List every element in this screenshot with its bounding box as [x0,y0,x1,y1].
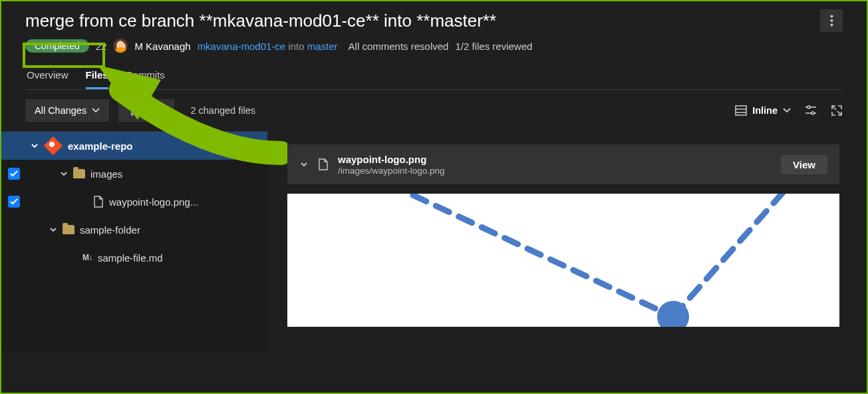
tree-root[interactable]: example-repo [1,132,267,160]
tree-file-label: waypoint-logo.png... [109,196,198,208]
status-badge: Completed [25,39,89,53]
pr-number-fragment: 22 [96,41,107,52]
comments-status: All comments resolved [349,41,449,52]
svg-point-9 [811,112,814,114]
all-changes-dropdown[interactable]: All Changes [25,99,109,122]
tab-files[interactable]: Files [86,69,108,89]
tree-folder-label: sample-folder [80,224,140,236]
fullscreen-button[interactable] [831,104,843,116]
tree-file-sample-md[interactable]: M↓ sample-file.md [1,244,267,272]
tab-overview[interactable]: Overview [27,69,69,89]
svg-line-10 [367,194,673,317]
check-icon [10,198,18,205]
author-name[interactable]: M Kavanagh [134,41,190,52]
reviewed-checkbox[interactable] [8,168,20,180]
tree-file-waypoint[interactable]: waypoint-logo.png... [1,188,267,216]
svg-point-2 [830,24,833,27]
tree-file-label: sample-file.md [98,252,163,264]
markdown-icon: M↓ [82,253,92,262]
diff-mode-label: Inline [752,105,778,116]
svg-point-0 [830,15,833,18]
chevron-down-icon [31,142,39,150]
chevron-down-icon[interactable] [299,160,309,168]
tab-commits[interactable]: Commits [126,69,165,89]
sliders-icon [804,104,817,116]
folder-icon [73,169,85,178]
tree-folder-label: images [90,168,122,180]
git-repo-icon [44,136,63,155]
image-preview [287,194,839,327]
file-name: waypoint-logo.png [338,154,772,165]
changed-files-count: 2 changed files [190,105,255,116]
chevron-down-icon [60,170,68,178]
inline-diff-icon [735,105,747,116]
into-text: into [288,41,304,52]
pr-title: merge from ce branch **mkavana-mod01-ce*… [25,11,496,31]
target-branch-link[interactable]: master [307,41,338,52]
filter-icon [128,105,138,116]
avatar[interactable] [113,39,128,53]
filter-button[interactable]: Filter [118,99,174,122]
tree-folder-images[interactable]: images [1,160,267,188]
reviewed-checkbox[interactable] [8,196,20,208]
waypoint-logo-preview [287,194,839,327]
settings-button[interactable] [804,104,817,116]
file-icon [318,158,329,171]
file-tree[interactable]: example-repo images waypoint-logo.png...… [1,131,267,351]
view-button[interactable]: View [781,155,827,174]
file-header: waypoint-logo.png /images/waypoint-logo.… [287,144,839,184]
svg-rect-3 [736,106,746,115]
tree-folder-sample[interactable]: sample-folder [1,216,267,244]
svg-point-1 [830,19,833,22]
chevron-down-icon [783,108,791,113]
file-path: /images/waypoint-logo.png [338,166,772,176]
pr-tabs: Overview Files Commits [25,69,843,90]
svg-line-11 [673,194,799,317]
check-icon [10,170,18,177]
files-toolbar: All Changes Filter 2 changed files Inlin… [1,90,867,131]
kebab-icon [830,15,833,27]
files-reviewed[interactable]: 1/2 files reviewed [455,41,532,52]
filter-label: Filter [144,105,165,116]
diff-mode-dropdown[interactable]: Inline [735,105,791,116]
expand-icon [831,104,843,116]
more-actions-button[interactable] [820,9,843,32]
chevron-down-icon [92,108,100,113]
file-icon [93,196,104,208]
chevron-down-icon [49,226,57,234]
pr-meta-row: Completed 22 M Kavanagh mkavana-mod01-ce… [25,36,843,56]
svg-point-7 [807,106,810,108]
source-branch-link[interactable]: mkavana-mod01-ce [198,41,286,52]
all-changes-label: All Changes [35,105,86,116]
tree-root-label: example-repo [68,140,133,152]
folder-icon [63,225,74,234]
